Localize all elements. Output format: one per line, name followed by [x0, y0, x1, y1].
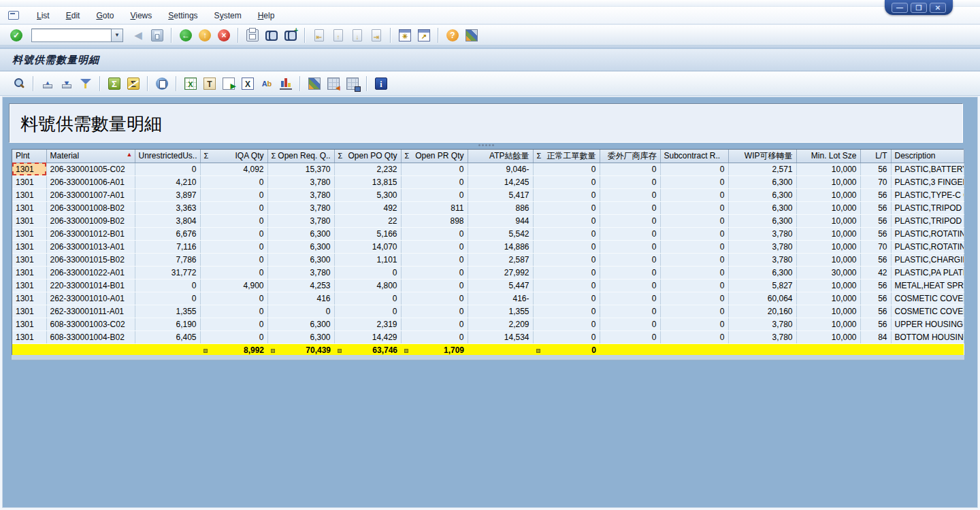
table-cell[interactable]: 0	[401, 330, 468, 343]
table-cell[interactable]: 0	[401, 253, 468, 266]
table-cell[interactable]: 5,827	[728, 279, 796, 292]
table-cell[interactable]: 0	[600, 240, 660, 253]
table-cell[interactable]: 27,992	[468, 266, 533, 279]
table-cell[interactable]: 10,000	[796, 253, 860, 266]
column-header[interactable]: ΣOpen PO Qty	[334, 150, 401, 163]
enter-icon[interactable]: ✓	[8, 27, 24, 44]
table-cell[interactable]: 1301	[12, 266, 46, 279]
table-cell[interactable]: 3,780	[267, 201, 334, 214]
table-cell[interactable]: 0	[135, 163, 200, 175]
table-cell[interactable]: 2,587	[468, 253, 533, 266]
table-cell[interactable]: 0	[660, 330, 728, 343]
table-cell[interactable]: 0	[533, 279, 600, 292]
filter-icon[interactable]	[78, 75, 94, 92]
local-file-icon[interactable]: ▶	[220, 75, 237, 92]
table-cell[interactable]: 56	[860, 279, 891, 292]
save-layout-icon[interactable]	[344, 75, 361, 92]
table-cell[interactable]: 60,064	[728, 292, 796, 305]
table-cell[interactable]: 5,542	[468, 227, 533, 240]
subtotal-icon[interactable]: Σ	[125, 75, 142, 92]
help-icon[interactable]: ?	[444, 27, 461, 44]
table-cell[interactable]: 20,160	[728, 305, 796, 318]
table-cell[interactable]: 14,245	[468, 175, 533, 188]
table-cell[interactable]: 6,300	[728, 266, 796, 279]
table-cell[interactable]: 262-330001010-A01	[46, 292, 135, 305]
menu-item-views[interactable]: Views	[122, 9, 160, 22]
table-cell[interactable]: 0	[533, 214, 600, 227]
table-cell[interactable]: 31,772	[135, 266, 200, 279]
table-cell[interactable]: 14,070	[334, 240, 401, 253]
table-cell[interactable]: 416-	[468, 292, 533, 305]
excel-export-icon[interactable]: X	[182, 75, 199, 92]
table-cell[interactable]: 492	[334, 201, 401, 214]
table-cell[interactable]: 4,092	[200, 163, 267, 175]
column-header[interactable]: Σ正常工單數量	[533, 150, 600, 163]
column-header[interactable]: ΣOpen PR Qty	[401, 150, 468, 163]
table-cell[interactable]: 10,000	[796, 330, 860, 343]
table-cell[interactable]: 0	[660, 279, 728, 292]
table-cell[interactable]: 0	[533, 188, 600, 201]
table-cell[interactable]: 206-330001008-B02	[46, 201, 135, 214]
restore-button[interactable]: ❐	[911, 3, 927, 13]
table-cell[interactable]: 0	[200, 330, 267, 343]
table-cell[interactable]: 10,000	[796, 240, 860, 253]
table-cell[interactable]: 10,000	[796, 227, 860, 240]
table-cell[interactable]: 6,300	[728, 214, 796, 227]
table-cell[interactable]: 5,300	[334, 188, 401, 201]
find-icon[interactable]	[263, 27, 280, 44]
table-cell[interactable]: 1301	[12, 240, 46, 253]
column-header[interactable]: Min. Lot Sze	[796, 150, 860, 163]
table-cell[interactable]: 2,209	[468, 318, 533, 330]
table-cell[interactable]: 6,300	[267, 318, 334, 330]
table-cell[interactable]: 2,571	[728, 163, 796, 175]
table-cell[interactable]: PLASTIC,PA PLATI	[891, 266, 964, 279]
table-cell[interactable]: 56	[860, 201, 891, 214]
table-cell[interactable]: 14,429	[334, 330, 401, 343]
table-cell[interactable]: 0	[200, 227, 267, 240]
table-cell[interactable]: COSMETIC COVER,	[891, 305, 964, 318]
table-cell[interactable]: METAL,HEAT SPRE	[891, 279, 964, 292]
table-cell[interactable]: 0	[600, 188, 660, 201]
table-cell[interactable]: 0	[600, 175, 660, 188]
table-cell[interactable]: 0	[334, 266, 401, 279]
system-menu-icon[interactable]	[8, 11, 19, 20]
column-header[interactable]: WIP可移轉量	[728, 150, 796, 163]
table-cell[interactable]: 0	[533, 292, 600, 305]
table-cell[interactable]: 4,900	[200, 279, 267, 292]
table-cell[interactable]: 10,000	[796, 214, 860, 227]
menu-item-settings[interactable]: Settings	[160, 9, 206, 22]
sort-ascending-icon[interactable]: ▲	[39, 75, 56, 92]
table-cell[interactable]: 0	[200, 305, 267, 318]
table-cell[interactable]: 3,780	[728, 240, 796, 253]
table-cell[interactable]: 7,116	[135, 240, 200, 253]
menu-item-goto[interactable]: Goto	[88, 9, 122, 22]
table-cell[interactable]: 6,300	[267, 253, 334, 266]
table-cell[interactable]: 0	[200, 175, 267, 188]
table-cell[interactable]: 0	[200, 240, 267, 253]
table-cell[interactable]: 0	[660, 227, 728, 240]
customize-layout-icon[interactable]	[463, 27, 480, 44]
table-cell[interactable]: 0	[600, 292, 660, 305]
table-cell[interactable]: 0	[600, 318, 660, 330]
detail-icon[interactable]	[11, 75, 27, 92]
table-cell[interactable]: 10,000	[796, 318, 860, 330]
table-cell[interactable]: 56	[860, 305, 891, 318]
table-cell[interactable]: PLASTIC,TYPE-C C	[891, 188, 964, 201]
table-cell[interactable]: 2,319	[334, 318, 401, 330]
table-cell[interactable]: 6,300	[728, 201, 796, 214]
table-cell[interactable]: 6,300	[728, 188, 796, 201]
table-cell[interactable]: 56	[860, 188, 891, 201]
column-header[interactable]: ATP結餘量	[468, 150, 533, 163]
table-cell[interactable]: 811	[401, 201, 468, 214]
column-header[interactable]: Subcontract R..	[660, 150, 728, 163]
table-cell[interactable]: 0	[660, 240, 728, 253]
table-cell[interactable]: 3,780	[267, 266, 334, 279]
table-cell[interactable]: 0	[533, 201, 600, 214]
previous-page-icon[interactable]: ↑	[330, 27, 346, 44]
table-cell[interactable]: 0	[334, 292, 401, 305]
table-cell[interactable]: 7,786	[135, 253, 200, 266]
table-cell[interactable]: UPPER HOUSING V	[891, 318, 964, 330]
table-cell[interactable]: 0	[401, 240, 468, 253]
total-icon[interactable]: Σ	[106, 75, 122, 92]
table-cell[interactable]: 5,417	[468, 188, 533, 201]
